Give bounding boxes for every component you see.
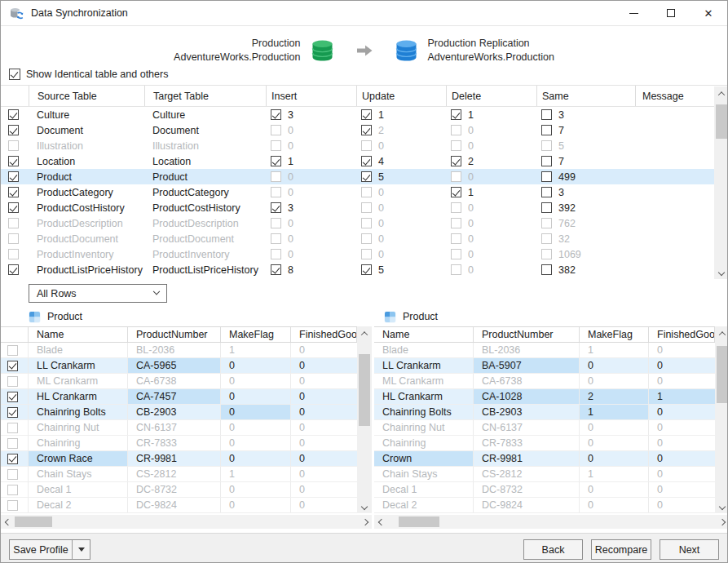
column-header-makeflag[interactable]: MakeFlag xyxy=(580,327,649,342)
row-checkbox[interactable] xyxy=(7,423,18,433)
row-filter-dropdown[interactable]: All Rows xyxy=(29,284,167,303)
update-checkbox[interactable] xyxy=(361,140,372,151)
insert-checkbox[interactable] xyxy=(271,264,281,275)
target-product-row[interactable]: Chainring NutCN-613700 xyxy=(374,420,728,436)
back-button[interactable]: Back xyxy=(523,539,583,560)
delete-checkbox[interactable] xyxy=(451,233,461,244)
same-checkbox[interactable] xyxy=(541,249,552,259)
same-checkbox[interactable] xyxy=(541,187,552,197)
scrollbar-thumb[interactable] xyxy=(716,104,727,139)
delete-checkbox[interactable] xyxy=(451,218,461,228)
row-checkbox[interactable] xyxy=(8,171,19,182)
maximize-button[interactable] xyxy=(652,1,690,25)
update-checkbox[interactable] xyxy=(361,233,372,244)
delete-checkbox[interactable] xyxy=(451,171,461,182)
table-row[interactable]: ProductDocumentProductDocument00032 xyxy=(1,231,714,246)
scrollbar-thumb[interactable] xyxy=(359,354,370,426)
row-checkbox[interactable] xyxy=(7,407,18,418)
column-header-Target Table[interactable]: Target Table xyxy=(144,86,266,106)
update-checkbox[interactable] xyxy=(361,156,372,166)
row-checkbox[interactable] xyxy=(8,249,19,259)
source-detail-vertical-scrollbar[interactable] xyxy=(357,326,372,513)
target-product-row[interactable]: CrownCR-998100 xyxy=(374,451,728,467)
source-product-row[interactable]: ML CrankarmCA-673800 xyxy=(1,374,372,389)
save-profile-split-button[interactable]: Save Profile xyxy=(9,539,90,560)
insert-checkbox[interactable] xyxy=(271,156,281,166)
target-product-row[interactable]: LL CrankarmBA-590700 xyxy=(374,358,728,374)
scrollbar-thumb[interactable] xyxy=(399,516,439,527)
minimize-button[interactable] xyxy=(615,1,652,25)
row-checkbox[interactable] xyxy=(8,156,19,166)
show-identical-checkbox[interactable] xyxy=(9,69,20,80)
column-header-Insert[interactable]: Insert xyxy=(266,86,356,106)
scroll-left-button[interactable] xyxy=(1,515,15,529)
delete-checkbox[interactable] xyxy=(451,249,461,259)
table-row[interactable]: ProductCostHistoryProductCostHistory3003… xyxy=(1,200,714,215)
table-row[interactable]: DocumentDocument0207 xyxy=(1,122,714,138)
scroll-up-button[interactable] xyxy=(715,326,728,340)
row-checkbox[interactable] xyxy=(7,438,18,449)
scroll-down-button[interactable] xyxy=(714,265,728,279)
source-product-row[interactable]: Chainring NutCN-613700 xyxy=(1,420,372,436)
delete-checkbox[interactable] xyxy=(451,264,461,275)
row-checkbox[interactable] xyxy=(7,469,18,480)
column-header-Source Table[interactable]: Source Table xyxy=(29,86,144,106)
delete-checkbox[interactable] xyxy=(451,109,461,120)
row-checkbox[interactable] xyxy=(7,392,18,402)
column-header-Same[interactable]: Same xyxy=(536,86,635,106)
insert-checkbox[interactable] xyxy=(271,202,281,213)
source-detail-horizontal-scrollbar[interactable] xyxy=(1,515,372,529)
target-product-row[interactable]: ML CrankarmCA-673800 xyxy=(374,374,728,389)
table-row[interactable]: IllustrationIllustration0005 xyxy=(1,138,714,153)
same-checkbox[interactable] xyxy=(541,218,552,228)
row-checkbox[interactable] xyxy=(7,454,18,464)
table-row[interactable]: ProductListPriceHistoryProductListPriceH… xyxy=(1,262,714,277)
delete-checkbox[interactable] xyxy=(451,140,461,151)
source-product-row[interactable]: BladeBL-203610 xyxy=(1,343,372,358)
insert-checkbox[interactable] xyxy=(271,125,281,135)
table-row[interactable]: ProductDescriptionProductDescription0007… xyxy=(1,215,714,231)
row-checkbox[interactable] xyxy=(8,233,19,244)
save-profile-button[interactable]: Save Profile xyxy=(10,540,72,559)
table-row[interactable]: CultureCulture3113 xyxy=(1,107,714,122)
table-row[interactable]: LocationLocation1427 xyxy=(1,153,714,169)
source-product-row[interactable]: LL CrankarmCA-596500 xyxy=(1,358,372,374)
row-checkbox[interactable] xyxy=(7,500,18,511)
source-product-row[interactable]: Crown RaceCR-998100 xyxy=(1,451,372,467)
scrollbar-thumb[interactable] xyxy=(717,346,728,403)
scroll-left-button[interactable] xyxy=(374,515,388,529)
insert-checkbox[interactable] xyxy=(271,171,281,182)
next-button[interactable]: Next xyxy=(660,539,719,560)
source-product-row[interactable]: Chain StaysCS-281210 xyxy=(1,467,372,482)
main-grid-vertical-scrollbar[interactable] xyxy=(714,86,728,279)
update-checkbox[interactable] xyxy=(361,264,372,275)
column-header-name[interactable]: Name xyxy=(29,327,128,342)
column-header-makeflag[interactable]: MakeFlag xyxy=(221,327,291,342)
column-header-finishedgoo[interactable]: FinishedGoo xyxy=(649,327,715,342)
scroll-right-button[interactable] xyxy=(358,515,372,529)
row-checkbox[interactable] xyxy=(7,361,18,371)
column-header-productnumber[interactable]: ProductNumber xyxy=(474,327,580,342)
same-checkbox[interactable] xyxy=(541,264,552,275)
insert-checkbox[interactable] xyxy=(271,233,281,244)
insert-checkbox[interactable] xyxy=(271,218,281,228)
target-product-row[interactable]: BladeBL-203610 xyxy=(374,343,728,358)
delete-checkbox[interactable] xyxy=(451,187,461,197)
row-checkbox[interactable] xyxy=(8,202,19,213)
save-profile-menu-button[interactable] xyxy=(72,540,90,559)
column-header-Update[interactable]: Update xyxy=(356,86,446,106)
delete-checkbox[interactable] xyxy=(451,156,461,166)
row-checkbox[interactable] xyxy=(8,264,19,275)
update-checkbox[interactable] xyxy=(361,171,372,182)
column-header-name[interactable]: Name xyxy=(374,327,474,342)
same-checkbox[interactable] xyxy=(541,125,552,135)
update-checkbox[interactable] xyxy=(361,218,372,228)
source-product-row[interactable]: Chainring BoltsCB-290300 xyxy=(1,405,372,420)
scrollbar-thumb[interactable] xyxy=(15,516,52,527)
source-product-row[interactable]: Decal 1DC-873200 xyxy=(1,482,372,498)
row-checkbox[interactable] xyxy=(8,140,19,151)
target-detail-vertical-scrollbar[interactable] xyxy=(715,326,728,513)
scroll-down-button[interactable] xyxy=(357,499,372,513)
column-header-Delete[interactable]: Delete xyxy=(446,86,536,106)
target-product-row[interactable]: Chain StaysCS-281210 xyxy=(374,467,728,482)
